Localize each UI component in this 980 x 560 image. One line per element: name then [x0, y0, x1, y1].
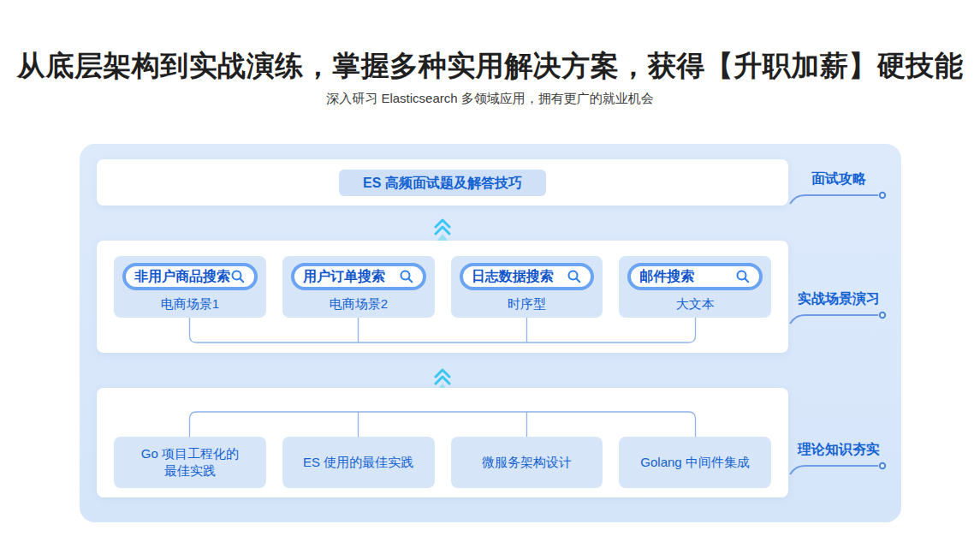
connector-label: 面试攻略	[788, 170, 889, 188]
search-pill-text: 用户订单搜索	[303, 268, 385, 286]
search-icon	[230, 269, 246, 284]
connector-line	[788, 308, 889, 325]
connector-theory: 理论知识夯实	[788, 440, 889, 476]
scenario-row: 非用户商品搜索 电商场景1 用户订单搜索	[97, 241, 788, 353]
theory-box: Golang 中间件集成	[619, 437, 771, 488]
theory-box-text: Golang 中间件集成	[640, 454, 750, 471]
search-pill: 非用户商品搜索	[122, 263, 258, 290]
connector-endpoint-circle	[880, 193, 885, 198]
connector-endpoint-circle	[880, 313, 885, 318]
theory-box: 微服务架构设计	[451, 437, 603, 488]
course-landing-section: 从底层架构到实战演练，掌握多种实用解决方案，获得【升职加薪】硬技能 深入研习 E…	[0, 0, 980, 560]
connector-line	[788, 459, 889, 476]
connector-line	[788, 188, 889, 206]
theory-boxes: Go 项目工程化的 最佳实践 ES 使用的最佳实践 微服务架构设计 Golang…	[114, 437, 771, 488]
search-pill: 用户订单搜索	[291, 263, 426, 290]
connector-endpoint-circle	[880, 463, 885, 468]
scenario-card: 日志数据搜索 时序型	[451, 256, 603, 318]
connector-interview: 面试攻略	[788, 170, 889, 206]
scenario-caption: 大文本	[619, 296, 771, 313]
scenario-caption: 时序型	[451, 296, 603, 313]
search-pill-text: 日志数据搜索	[472, 268, 554, 286]
scenario-cards: 非用户商品搜索 电商场景1 用户订单搜索	[114, 256, 771, 318]
theory-box-text: 微服务架构设计	[482, 454, 572, 471]
theory-row: Go 项目工程化的 最佳实践 ES 使用的最佳实践 微服务架构设计 Golang…	[97, 388, 788, 497]
interview-topic-chip: ES 高频面试题及解答技巧	[339, 170, 546, 196]
search-pill: 日志数据搜索	[460, 263, 595, 290]
connector-label: 实战场景演习	[788, 289, 889, 308]
search-icon	[735, 269, 751, 284]
double-chevron-up-icon	[431, 216, 454, 241]
search-pill-text: 非用户商品搜索	[134, 268, 230, 286]
theory-box: ES 使用的最佳实践	[282, 437, 435, 488]
connector-label: 理论知识夯实	[788, 440, 889, 459]
scenario-caption: 电商场景2	[282, 296, 435, 313]
interview-row: ES 高频面试题及解答技巧	[97, 159, 788, 206]
scenario-card: 非用户商品搜索 电商场景1	[114, 256, 266, 318]
theory-box: Go 项目工程化的 最佳实践	[114, 437, 266, 488]
theory-box-text: Go 项目工程化的 最佳实践	[141, 445, 239, 480]
scenario-caption: 电商场景1	[114, 296, 266, 313]
connector-scenarios: 实战场景演习	[788, 289, 889, 325]
scenario-card: 邮件搜索 大文本	[619, 256, 771, 318]
page-title: 从底层架构到实战演练，掌握多种实用解决方案，获得【升职加薪】硬技能	[0, 47, 980, 86]
search-icon	[399, 269, 414, 284]
page-subtitle: 深入研习 Elasticsearch 多领域应用，拥有更广的就业机会	[0, 91, 980, 107]
course-diagram-panel: ES 高频面试题及解答技巧 非用户商品搜索	[80, 144, 901, 522]
search-pill: 邮件搜索	[627, 263, 763, 290]
search-icon	[567, 269, 582, 284]
scenario-card: 用户订单搜索 电商场景2	[282, 256, 435, 318]
search-pill-text: 邮件搜索	[639, 268, 694, 286]
theory-box-text: ES 使用的最佳实践	[303, 454, 413, 471]
